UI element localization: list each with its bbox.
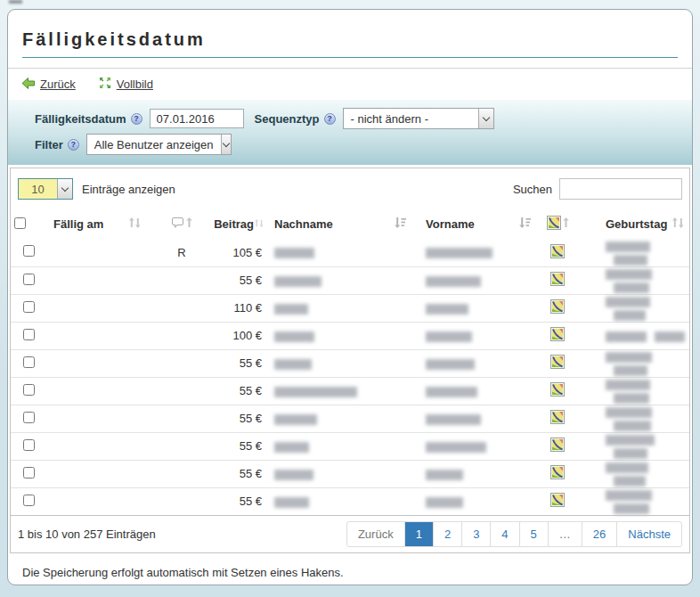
redacted-lastname — [274, 304, 308, 315]
due-date-label: Fälligkeitsdatum — [35, 112, 126, 126]
redacted-firstname — [426, 359, 475, 370]
redacted-birth-extra — [614, 365, 647, 376]
entries-table: Fällig am — [11, 209, 689, 515]
row-checkbox[interactable] — [23, 384, 35, 396]
pagination-page-3[interactable]: 3 — [461, 522, 490, 546]
amount-cell: 55 € — [210, 349, 267, 377]
pagination-page-1[interactable]: 1 — [404, 522, 433, 546]
due-date-input[interactable] — [150, 109, 244, 128]
filter-label: Filter — [35, 138, 63, 151]
form-row-2: Filter ? Alle Benutzer anzeigen — [8, 133, 692, 156]
redacted-firstname — [426, 497, 463, 508]
column-header-due[interactable]: Fällig am — [46, 209, 153, 239]
sequence-type-value: - nicht ändern - — [344, 109, 478, 128]
sort-both-icon — [672, 217, 684, 231]
colorful-chart-icon[interactable] — [550, 275, 565, 289]
redacted-birth-extra — [614, 310, 646, 321]
due-date-cell — [46, 487, 153, 515]
select-all-header — [11, 209, 46, 239]
row-checkbox[interactable] — [23, 274, 35, 285]
search-input[interactable] — [559, 178, 682, 200]
amount-cell: 100 € — [210, 322, 267, 349]
amount-cell: 55 € — [210, 487, 267, 515]
row-checkbox[interactable] — [23, 245, 35, 257]
row-checkbox[interactable] — [23, 467, 35, 478]
page-length-select[interactable]: 10 — [18, 178, 73, 200]
column-header-lastname[interactable]: Nachname — [267, 209, 413, 239]
pagination-page-26[interactable]: 26 — [582, 522, 616, 546]
pagination-prev[interactable]: Zurück — [347, 522, 404, 546]
fullscreen-link[interactable]: Vollbild — [99, 77, 153, 92]
help-icon[interactable]: ? — [131, 113, 142, 125]
colorful-chart-icon — [547, 216, 561, 233]
redacted-lastname — [274, 276, 322, 287]
chevron-down-icon — [221, 135, 231, 154]
table-body: R105 €55 €110 €100 €55 €55 €55 €55 €55 €… — [11, 239, 689, 515]
colorful-chart-icon[interactable] — [550, 303, 565, 316]
help-icon[interactable]: ? — [324, 113, 336, 125]
form-row-1: Fälligkeitsdatum ? Sequenztyp ? - nicht … — [8, 107, 692, 130]
user-filter-select[interactable]: Alle Benutzer anzeigen — [86, 134, 232, 155]
amount-cell: 55 € — [210, 405, 267, 432]
pagination-next[interactable]: Nächste — [616, 522, 681, 546]
main-panel: Fälligkeitsdatum Zurück Vollbild — [7, 9, 693, 585]
column-header-birthday[interactable]: Geburtstag — [577, 209, 689, 239]
row-checkbox[interactable] — [23, 301, 35, 313]
comment-cell — [153, 432, 210, 460]
amount-cell: 55 € — [210, 460, 267, 487]
sequence-type-select[interactable]: - nicht ändern - — [343, 108, 494, 129]
comment-cell — [153, 487, 210, 515]
user-filter-value: Alle Benutzer anzeigen — [87, 135, 221, 154]
column-header-comment[interactable] — [153, 209, 210, 239]
pagination-page-2[interactable]: 2 — [433, 522, 461, 546]
row-checkbox[interactable] — [23, 329, 35, 340]
column-header-firstname[interactable]: Vorname — [413, 209, 538, 239]
row-checkbox[interactable] — [23, 439, 35, 451]
redacted-firstname — [426, 442, 486, 453]
comment-cell: R — [153, 239, 210, 266]
table-row: 55 € — [11, 460, 689, 487]
redacted-birth-extra — [614, 448, 647, 459]
redacted-firstname — [426, 331, 472, 342]
row-checkbox[interactable] — [23, 495, 35, 506]
redacted-lastname — [274, 442, 309, 453]
redacted-birthdate — [606, 269, 652, 280]
due-date-cell — [46, 322, 153, 349]
colorful-chart-icon[interactable] — [550, 413, 565, 427]
pagination-page-5[interactable]: 5 — [519, 522, 548, 546]
redacted-firstname — [426, 304, 468, 315]
colorful-chart-icon[interactable] — [550, 358, 565, 372]
table-footer: 1 bis 10 von 257 Einträgen Zurück12345…2… — [11, 515, 689, 552]
select-all-checkbox[interactable] — [14, 217, 26, 229]
colorful-chart-icon[interactable] — [550, 248, 565, 261]
comment-cell — [153, 266, 210, 294]
table-row: R105 € — [11, 239, 689, 266]
colorful-chart-icon[interactable] — [550, 469, 565, 482]
back-link-label: Zurück — [40, 78, 76, 91]
table-widget: 10 Einträge anzeigen Suchen Fällig am — [10, 168, 690, 553]
comment-cell — [153, 294, 210, 322]
page-length-label: Einträge anzeigen — [82, 183, 175, 196]
column-header-amount[interactable]: Beitrag — [210, 209, 267, 239]
filter-form: Fälligkeitsdatum ? Sequenztyp ? - nicht … — [8, 100, 692, 165]
fullscreen-link-label: Vollbild — [117, 78, 153, 91]
colorful-chart-icon[interactable] — [550, 441, 565, 454]
help-icon[interactable]: ? — [68, 139, 79, 151]
page-length-value: 10 — [19, 179, 57, 199]
due-date-cell — [46, 266, 153, 294]
redacted-birth-extra — [614, 393, 649, 404]
row-checkbox[interactable] — [23, 412, 35, 423]
column-header-status[interactable] — [538, 209, 577, 239]
table-row: 55 € — [11, 349, 689, 377]
pagination-page-4[interactable]: 4 — [490, 522, 518, 546]
amount-cell: 55 € — [210, 266, 267, 294]
redacted-lastname — [274, 497, 309, 508]
comment-cell — [153, 460, 210, 487]
colorful-chart-icon[interactable] — [550, 496, 565, 510]
back-link[interactable]: Zurück — [22, 78, 76, 92]
colorful-chart-icon[interactable] — [550, 386, 565, 399]
due-date-cell — [46, 239, 153, 266]
redacted-firstname — [426, 276, 481, 287]
colorful-chart-icon[interactable] — [550, 331, 565, 344]
row-checkbox[interactable] — [23, 356, 35, 368]
